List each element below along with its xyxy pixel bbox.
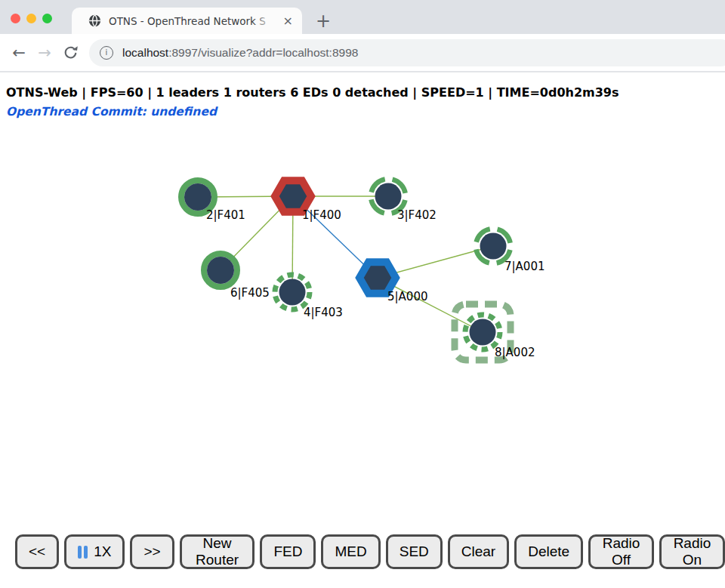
node-3|F402[interactable]: 3|F402 <box>371 179 437 222</box>
node-label: 5|A000 <box>387 290 428 303</box>
simulation-controls: <<1X>>New RouterFEDMEDSEDClearDeleteRadi… <box>15 534 725 569</box>
button-step-back[interactable]: << <box>15 534 59 569</box>
node-1|F400[interactable]: 1|F400 <box>275 180 341 222</box>
button-label: Clear <box>461 543 495 560</box>
otns-page: OTNS-Web | FPS=60 | 1 leaders 1 routers … <box>0 85 725 119</box>
button-step-forward[interactable]: >> <box>130 534 174 569</box>
network-topology-canvas[interactable]: 2|F4011|F4003|F4027|A0016|F4054|F4035|A0… <box>0 0 725 528</box>
node-label: 2|F401 <box>206 208 245 222</box>
browser-tab[interactable]: OTNS - OpenThread Network S × <box>72 8 302 34</box>
button-new-router[interactable]: New Router <box>180 534 255 569</box>
tab-close-icon[interactable]: × <box>283 15 293 27</box>
node-label: 7|A001 <box>504 260 545 273</box>
site-info-icon[interactable]: i <box>100 46 113 60</box>
node-label: 3|F402 <box>397 208 437 222</box>
node-8|A002[interactable]: 8|A002 <box>455 304 535 360</box>
reload-button[interactable] <box>57 40 83 66</box>
button-fed[interactable]: FED <box>260 534 316 569</box>
node-label: 1|F400 <box>302 208 341 222</box>
openthread-commit-line: OpenThread Commit: undefined <box>6 105 719 119</box>
forward-button[interactable]: → <box>32 40 57 66</box>
node-7|A001[interactable]: 7|A001 <box>476 229 545 273</box>
node-core <box>279 279 306 306</box>
button-label: Radio On <box>673 535 711 568</box>
node-core <box>184 183 211 211</box>
browser-window: OTNS - OpenThread Network S × + ← → i lo… <box>0 0 725 72</box>
globe-favicon-icon <box>88 14 101 27</box>
button-label: Delete <box>528 543 569 560</box>
node-6|F405[interactable]: 6|F405 <box>204 254 270 300</box>
address-bar[interactable]: i localhost:8997/visualize?addr=localhos… <box>89 39 725 66</box>
pause-icon <box>78 546 88 559</box>
tab-strip: OTNS - OpenThread Network S × + <box>0 0 725 34</box>
browser-toolbar: ← → i localhost:8997/visualize?addr=loca… <box>0 34 725 72</box>
button-delete[interactable]: Delete <box>514 534 583 569</box>
node-5|A000[interactable]: 5|A000 <box>359 262 428 303</box>
button-label: Radio Off <box>602 535 640 568</box>
node-core <box>470 319 496 346</box>
node-4|F403[interactable]: 4|F403 <box>275 275 343 319</box>
button-med[interactable]: MED <box>321 534 380 569</box>
node-label: 8|A002 <box>495 346 535 359</box>
simulation-status-line: OTNS-Web | FPS=60 | 1 leaders 1 routers … <box>6 85 719 100</box>
button-clear[interactable]: Clear <box>448 534 509 569</box>
reload-icon <box>63 45 78 60</box>
node-core <box>480 233 507 260</box>
node-core <box>207 257 234 284</box>
leader-hexagon <box>275 180 311 212</box>
node-2|F401[interactable]: 2|F401 <box>181 180 245 222</box>
back-button[interactable]: ← <box>6 40 32 66</box>
close-window-icon[interactable] <box>11 14 20 23</box>
zoom-window-icon[interactable] <box>42 14 52 23</box>
url-text: localhost:8997/visualize?addr=localhost:… <box>122 46 358 60</box>
button-label: 1X <box>94 543 111 560</box>
button-label: New Router <box>193 535 242 568</box>
tab-title: OTNS - OpenThread Network S <box>109 14 279 29</box>
traffic-lights <box>11 14 52 23</box>
button-radio-on[interactable]: Radio On <box>659 534 725 569</box>
node-label: 4|F403 <box>304 306 343 319</box>
button-label: FED <box>273 543 302 560</box>
new-tab-button[interactable]: + <box>311 9 335 33</box>
node-label: 6|F405 <box>230 286 270 300</box>
minimize-window-icon[interactable] <box>26 14 36 23</box>
node-core <box>375 183 402 210</box>
button-label: << <box>29 543 45 560</box>
button-label: MED <box>335 543 366 560</box>
router-hexagon <box>359 262 396 294</box>
button-pause-speed[interactable]: 1X <box>64 534 125 569</box>
button-label: >> <box>143 543 160 560</box>
button-sed[interactable]: SED <box>386 534 443 569</box>
button-radio-off[interactable]: Radio Off <box>588 534 654 569</box>
button-label: SED <box>400 543 429 560</box>
